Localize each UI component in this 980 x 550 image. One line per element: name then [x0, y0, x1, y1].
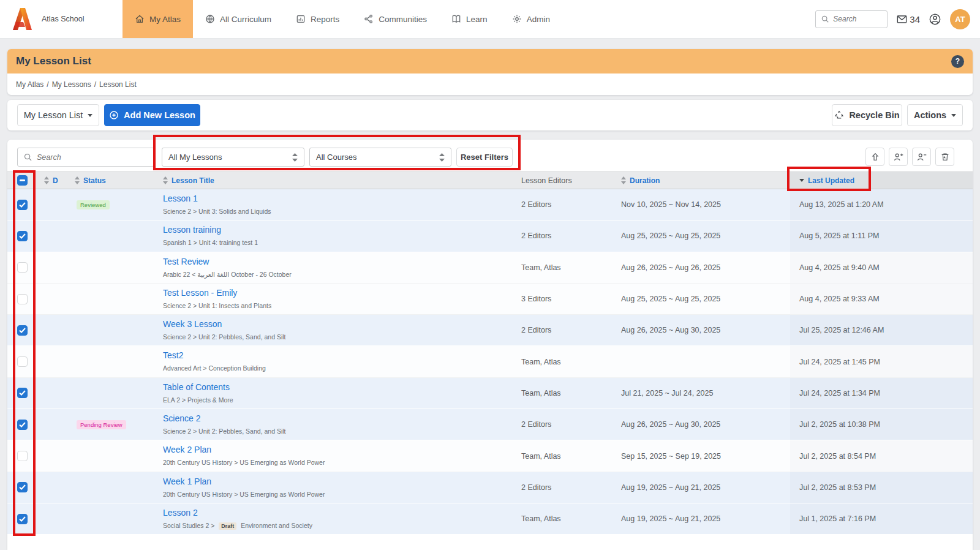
delete-button[interactable] — [935, 148, 954, 166]
row-checkbox[interactable] — [17, 482, 28, 492]
row-updated-cell: Jul 25, 2025 at 12:46 AM — [790, 315, 973, 345]
envelope-icon — [896, 13, 908, 25]
messages-indicator[interactable]: 34 — [896, 13, 920, 25]
lesson-title-link[interactable]: Lesson 2 — [163, 508, 198, 518]
row-checkbox[interactable] — [17, 294, 28, 304]
table-row[interactable]: Lesson 2Social Studies 2 > Draft Environ… — [7, 503, 973, 535]
reset-filters-button[interactable]: Reset Filters — [456, 148, 513, 167]
remove-editor-button[interactable] — [912, 148, 931, 166]
courses-filter-select[interactable]: All Courses — [309, 148, 451, 167]
column-header-last-updated[interactable]: Last Updated — [790, 172, 973, 189]
table-row[interactable]: ReviewedLesson 1Science 2 > Unit 3: Soli… — [7, 189, 973, 220]
row-status-cell — [67, 284, 155, 314]
row-checkbox[interactable] — [17, 514, 28, 524]
breadcrumb-my-atlas[interactable]: My Atlas — [16, 80, 43, 89]
nav-item-my-atlas[interactable]: My Atlas — [123, 0, 193, 38]
row-checkbox-cell — [7, 189, 37, 220]
row-checkbox[interactable] — [17, 420, 28, 430]
row-checkbox[interactable] — [17, 200, 28, 210]
page-banner: My Lesson List ? — [7, 49, 973, 73]
lesson-title-link[interactable]: Table of Contents — [163, 382, 230, 392]
table-row[interactable]: Week 2 Plan20th Century US History > US … — [7, 440, 973, 472]
row-d-cell — [37, 189, 67, 220]
row-duration-cell: Aug 26, 2025 ~ Aug 30, 2025 — [612, 315, 790, 345]
row-d-cell — [37, 346, 67, 377]
row-checkbox[interactable] — [17, 325, 28, 336]
table-row[interactable]: Week 1 Plan20th Century US History > US … — [7, 472, 973, 503]
select-all-checkbox[interactable] — [17, 175, 28, 186]
row-duration-cell: Aug 26, 2025 ~ Aug 26, 2025 — [612, 252, 790, 283]
column-header-lesson-title[interactable]: Lesson Title — [155, 172, 513, 189]
table-row[interactable]: Test Lesson - EmilyScience 2 > Unit 1: I… — [7, 284, 973, 315]
row-checkbox[interactable] — [17, 231, 28, 241]
nav-item-reports[interactable]: Reports — [284, 0, 352, 38]
add-new-lesson-button[interactable]: Add New Lesson — [104, 104, 200, 126]
row-checkbox[interactable] — [17, 262, 28, 273]
table-row[interactable]: Test ReviewArabic 22 < اللغة العربية Oct… — [7, 252, 973, 284]
atlas-logo-icon — [7, 5, 36, 33]
main-nav: My Atlas All Curriculum Reports Communit… — [123, 0, 562, 38]
nav-item-communities[interactable]: Communities — [352, 0, 439, 38]
help-icon[interactable]: ? — [951, 55, 964, 68]
table-row[interactable]: Week 3 LessonScience 2 > Unit 2: Pebbles… — [7, 315, 973, 346]
lesson-title-link[interactable]: Test Lesson - Emily — [163, 288, 237, 298]
nav-item-all-curriculum[interactable]: All Curriculum — [193, 0, 284, 38]
row-checkbox-cell — [7, 472, 37, 503]
top-navigation-bar: Atlas School My Atlas All Curriculum Rep… — [0, 0, 980, 39]
row-title-cell: Lesson 1Science 2 > Unit 3: Solids and L… — [155, 189, 513, 220]
row-duration-cell: Aug 25, 2025 ~ Aug 25, 2025 — [612, 220, 790, 251]
search-icon — [821, 15, 829, 23]
column-header-d[interactable]: D — [37, 172, 67, 189]
page-title: My Lesson List — [16, 55, 91, 67]
search-icon — [23, 153, 32, 162]
row-updated-cell: Aug 13, 2025 at 1:20 AM — [790, 189, 973, 220]
table-search[interactable] — [17, 148, 154, 167]
table-row[interactable]: Table of ContentsELA 2 > Projects & More… — [7, 378, 973, 409]
global-search-input[interactable] — [833, 15, 882, 23]
lesson-title-link[interactable]: Test Review — [163, 257, 209, 266]
brand[interactable]: Atlas School — [0, 0, 123, 38]
row-updated-cell: Aug 5, 2025 at 1:11 PM — [790, 220, 973, 251]
row-checkbox-cell — [7, 252, 37, 283]
lessons-filter-select[interactable]: All My Lessons — [162, 148, 304, 167]
nav-item-admin[interactable]: Admin — [500, 0, 562, 38]
row-editors-cell: Team, Atlas — [513, 378, 612, 409]
select-updown-icon — [439, 153, 445, 162]
lesson-title-link[interactable]: Lesson training — [163, 225, 221, 235]
table-search-input[interactable] — [37, 153, 148, 162]
row-checkbox[interactable] — [17, 451, 28, 461]
lesson-title-link[interactable]: Test2 — [163, 350, 183, 360]
lesson-list-dropdown[interactable]: My Lesson List — [17, 104, 99, 126]
lesson-title-link[interactable]: Science 2 — [163, 413, 200, 423]
recycle-icon — [834, 110, 844, 120]
breadcrumb-lesson-list[interactable]: Lesson List — [99, 80, 137, 89]
nav-item-learn[interactable]: Learn — [439, 0, 500, 38]
global-search[interactable] — [815, 10, 888, 28]
row-checkbox-cell — [7, 378, 37, 409]
table-row[interactable]: Test2Advanced Art > Conception BuildingT… — [7, 346, 973, 377]
status-badge: Reviewed — [77, 200, 110, 209]
lesson-course: Arabic 22 < اللغة العربية October - 26 O… — [163, 271, 513, 278]
lesson-title-link[interactable]: Lesson 1 — [163, 194, 198, 203]
toolbar-card: My Lesson List Add New Lesson Recycle Bi… — [7, 100, 973, 130]
add-editor-button[interactable] — [889, 148, 908, 166]
user-avatar[interactable]: AT — [950, 9, 970, 29]
indeterminate-icon — [20, 179, 25, 181]
table-row[interactable]: Lesson trainingSpanish 1 > Unit 4: train… — [7, 220, 973, 252]
upload-button[interactable] — [865, 148, 884, 166]
breadcrumb-my-lessons[interactable]: My Lessons — [52, 80, 91, 89]
table-row[interactable]: Pending ReviewScience 2Science 2 > Unit … — [7, 409, 973, 440]
row-checkbox[interactable] — [17, 388, 28, 398]
actions-dropdown[interactable]: Actions — [907, 104, 963, 126]
lesson-title-link[interactable]: Week 2 Plan — [163, 445, 211, 454]
support-icon[interactable] — [929, 13, 941, 26]
lesson-title-link[interactable]: Week 3 Lesson — [163, 319, 222, 329]
row-title-cell: Test Lesson - EmilyScience 2 > Unit 1: I… — [155, 284, 513, 314]
column-header-status[interactable]: Status — [67, 172, 155, 189]
column-header-duration[interactable]: Duration — [612, 172, 790, 189]
recycle-bin-button[interactable]: Recycle Bin — [832, 104, 902, 126]
row-editors-cell: 3 Editors — [513, 284, 612, 314]
globe-icon — [205, 14, 215, 24]
row-checkbox[interactable] — [17, 356, 28, 367]
lesson-title-link[interactable]: Week 1 Plan — [163, 477, 211, 486]
